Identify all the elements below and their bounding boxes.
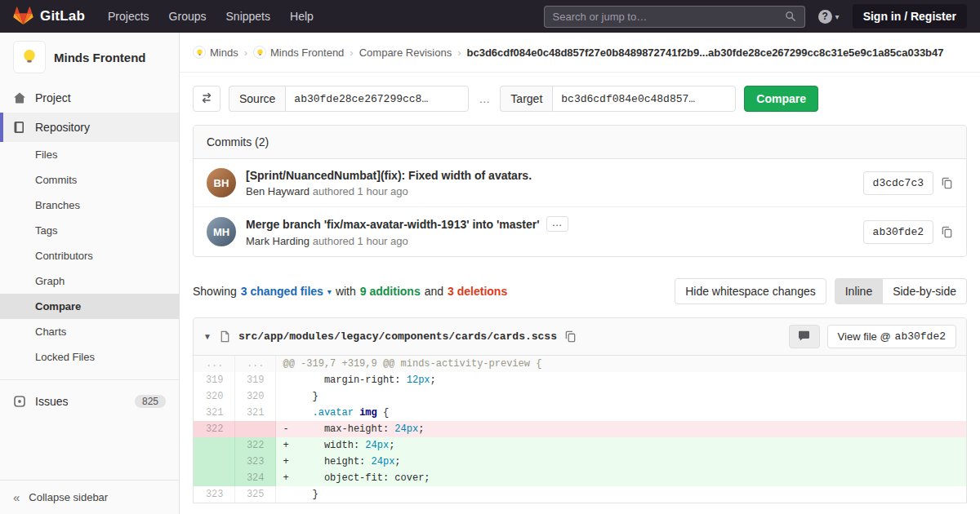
commit-sha[interactable]: d3cdc7c3 xyxy=(863,171,933,195)
commit-info: Merge branch 'fix/max-avatar-width-1913'… xyxy=(246,216,850,247)
collapse-sidebar-button[interactable]: « Collapse sidebar xyxy=(0,480,179,514)
copy-commit-sha-icon[interactable] xyxy=(941,177,953,189)
view-file-button[interactable]: View file @ ab30fde2 xyxy=(827,325,956,348)
project-name: Minds Frontend xyxy=(54,51,146,64)
file-icon xyxy=(219,330,231,343)
gitlab-home-link[interactable]: GitLab xyxy=(13,6,85,28)
commit-title-link[interactable]: Merge branch 'fix/max-avatar-width-1913'… xyxy=(246,218,540,231)
diff-line: 320320 } xyxy=(194,388,966,405)
navbar-link-projects[interactable]: Projects xyxy=(108,10,149,23)
diff-new-line-number[interactable]: 323 xyxy=(234,454,275,470)
diff-summary-bar: Showing 3 changed files ▾ with 9 additio… xyxy=(193,278,967,304)
commits-panel: Commits (2) BH [Sprint/NuancedNumbat](fi… xyxy=(193,125,967,257)
diff-new-line-number[interactable]: 324 xyxy=(234,470,275,486)
collapse-sidebar-label: Collapse sidebar xyxy=(29,491,108,503)
sidebar-divider xyxy=(0,379,179,380)
inline-view-button[interactable]: Inline xyxy=(835,278,883,304)
sidebar-subitem-locked-files[interactable]: Locked Files xyxy=(0,344,179,370)
diff-new-line-number[interactable]: 322 xyxy=(234,437,275,454)
navbar-link-help[interactable]: Help xyxy=(290,10,314,23)
diff-new-line-number[interactable]: ... xyxy=(234,356,275,372)
diff-old-line-number[interactable]: ... xyxy=(194,356,234,372)
diff-new-line-number[interactable]: 319 xyxy=(234,372,275,388)
navbar-link-groups[interactable]: Groups xyxy=(169,10,207,23)
commit-author-link[interactable]: Mark Harding xyxy=(246,235,310,247)
compare-button[interactable]: Compare xyxy=(744,86,818,112)
sidebar-subitem-graph[interactable]: Graph xyxy=(0,268,179,294)
breadcrumb-link-compare-revisions[interactable]: Compare Revisions xyxy=(359,47,452,59)
commit-row: BH [Sprint/NuancedNumbat](fix): Fixed wi… xyxy=(194,159,966,207)
commit-meta: Ben Hayward authored 1 hour ago xyxy=(246,185,850,197)
project-context-header[interactable]: Minds Frontend xyxy=(0,33,179,83)
diff-old-line-number[interactable] xyxy=(194,470,234,486)
breadcrumb-link-minds-frontend[interactable]: Minds Frontend xyxy=(253,46,344,59)
collapse-diff-icon[interactable]: ▼ xyxy=(203,332,212,341)
copy-file-path-icon[interactable] xyxy=(564,330,577,343)
navbar-right: ? ▾ Sign in / Register xyxy=(544,4,967,29)
deletions-count: 3 deletions xyxy=(448,285,507,298)
and-text: and xyxy=(425,285,443,298)
sidebar-item-project[interactable]: Project xyxy=(0,83,179,113)
commit-meta: Mark Harding authored 1 hour ago xyxy=(246,235,850,247)
sign-in-button[interactable]: Sign in / Register xyxy=(853,4,967,29)
diff-old-line-number[interactable]: 319 xyxy=(194,372,234,388)
swap-revisions-button[interactable] xyxy=(193,86,220,112)
target-revision-field[interactable]: bc3d6cdf084e0c48d857… xyxy=(552,86,736,112)
diff-old-line-number[interactable]: 322 xyxy=(194,421,234,437)
diff-new-line-number[interactable]: 320 xyxy=(234,388,275,405)
breadcrumb: Minds › Minds Frontend › Compare Revisio… xyxy=(180,33,980,73)
breadcrumb-link-minds[interactable]: Minds xyxy=(193,46,238,59)
diff-file-path[interactable]: src/app/modules/legacy/components/cards/… xyxy=(238,330,557,343)
help-dropdown[interactable]: ? ▾ xyxy=(818,10,840,24)
view-file-label: View file @ xyxy=(838,330,891,343)
diff-new-line-number[interactable]: 325 xyxy=(234,486,275,503)
source-revision-field[interactable]: ab30fde28ce267299cc8… xyxy=(285,86,469,112)
gitlab-brand-text: GitLab xyxy=(40,8,85,24)
commit-author-avatar[interactable]: BH xyxy=(207,168,236,197)
search-input[interactable] xyxy=(553,11,785,23)
sidebar-subitem-commits[interactable]: Commits xyxy=(0,167,179,193)
collapse-sidebar-icon: « xyxy=(13,490,20,504)
search-icon xyxy=(785,11,796,22)
sidebar-subitem-files[interactable]: Files xyxy=(0,142,179,167)
toggle-comments-button[interactable] xyxy=(789,325,820,348)
diff-old-line-number[interactable] xyxy=(194,437,234,454)
breadcrumb-separator: › xyxy=(457,47,461,59)
diff-file-header: ▼ src/app/modules/legacy/components/card… xyxy=(194,318,966,356)
commit-author-link[interactable]: Ben Hayward xyxy=(246,185,310,197)
side-by-side-view-button[interactable]: Side-by-side xyxy=(883,278,967,304)
commit-author-avatar[interactable]: MH xyxy=(207,217,236,246)
commit-sha[interactable]: ab30fde2 xyxy=(863,220,933,244)
diff-old-line-number[interactable] xyxy=(194,454,234,470)
hide-whitespace-button[interactable]: Hide whitespace changes xyxy=(675,278,826,304)
copy-commit-sha-icon[interactable] xyxy=(941,226,953,238)
diff-stats: Showing 3 changed files ▾ with 9 additio… xyxy=(193,285,507,298)
changed-files-dropdown[interactable]: 3 changed files xyxy=(241,285,323,298)
commit-expand-button[interactable]: … xyxy=(546,216,568,232)
diff-line: 323325 } xyxy=(194,486,966,503)
diff-line-code: @@ -319,7 +319,9 @@ minds-activity-previ… xyxy=(275,356,966,372)
issues-icon xyxy=(13,395,26,408)
diff-old-line-number[interactable]: 323 xyxy=(194,486,234,503)
diff-old-line-number[interactable]: 320 xyxy=(194,388,234,405)
sidebar-item-label: Issues xyxy=(35,395,68,408)
sidebar-item-repository[interactable]: Repository xyxy=(0,113,179,142)
sidebar-subitem-charts[interactable]: Charts xyxy=(0,319,179,344)
navbar-link-snippets[interactable]: Snippets xyxy=(226,10,270,23)
sidebar-subitem-compare[interactable]: Compare xyxy=(0,294,179,319)
breadcrumb-current: bc3d6cdf084e0c48d857f27e0b8489872741f2b9… xyxy=(466,47,943,59)
commit-title-link[interactable]: [Sprint/NuancedNumbat](fix): Fixed width… xyxy=(246,169,532,182)
sidebar-subitem-tags[interactable]: Tags xyxy=(0,218,179,243)
help-icon: ? xyxy=(818,10,832,24)
diff-line: 322- max-height: 24px; xyxy=(194,421,966,437)
sidebar-subitem-contributors[interactable]: Contributors xyxy=(0,243,179,268)
diff-old-line-number[interactable]: 321 xyxy=(194,405,234,421)
sidebar-item-issues[interactable]: Issues 825 xyxy=(0,387,179,416)
diff-line-code: margin-right: 12px; xyxy=(275,372,966,388)
diff-new-line-number[interactable] xyxy=(234,421,275,437)
diff-new-line-number[interactable]: 321 xyxy=(234,405,275,421)
diff-table: ......@@ -319,7 +319,9 @@ minds-activity… xyxy=(194,356,966,503)
breadcrumb-separator: › xyxy=(350,47,353,59)
diff-line-code: .avatar img { xyxy=(275,405,966,421)
sidebar-subitem-branches[interactable]: Branches xyxy=(0,193,179,218)
